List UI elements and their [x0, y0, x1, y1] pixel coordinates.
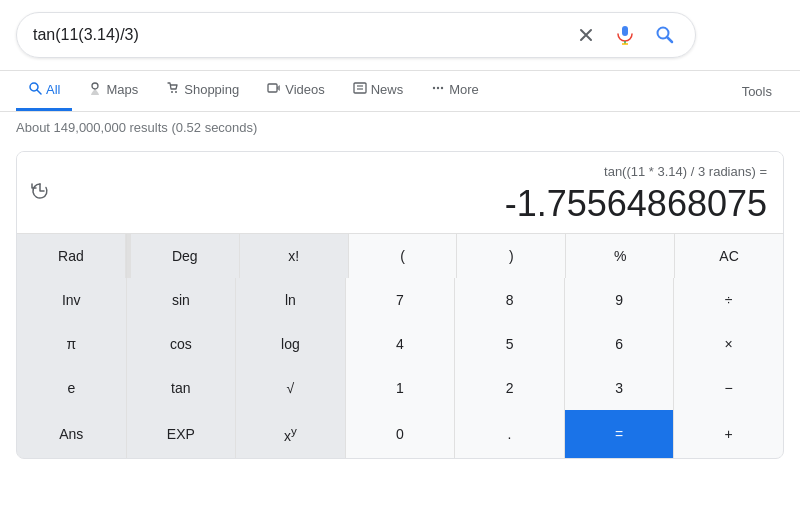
calc-btn-subtract[interactable]: −: [674, 366, 783, 410]
calc-btn-pi[interactable]: π: [17, 322, 126, 366]
calculator: tan((11 * 3.14) / 3 radians) = -1.755648…: [16, 151, 784, 459]
tab-maps[interactable]: Maps: [76, 71, 150, 111]
calc-expression: tan((11 * 3.14) / 3 radians) =: [33, 164, 767, 179]
search-bar-container: [0, 0, 800, 71]
voice-search-button[interactable]: [611, 21, 639, 49]
calc-row-3: e tan √ 1 2 3 −: [17, 366, 783, 410]
calc-row-2: π cos log 4 5 6 ×: [17, 322, 783, 366]
svg-point-8: [171, 91, 173, 93]
svg-line-6: [37, 90, 41, 94]
tab-all[interactable]: All: [16, 71, 72, 111]
calc-btn-7[interactable]: 7: [346, 278, 455, 322]
tab-news-label: News: [371, 82, 404, 97]
tab-more-label: More: [449, 82, 479, 97]
more-tab-icon: [431, 81, 445, 98]
svg-point-7: [92, 83, 98, 89]
tab-more[interactable]: More: [419, 71, 491, 111]
results-info: About 149,000,000 results (0.52 seconds): [0, 112, 800, 143]
close-icon: [577, 26, 595, 44]
videos-tab-icon: [267, 81, 281, 98]
shopping-tab-icon: [166, 81, 180, 98]
calc-row-1: Inv sin ln 7 8 9 ÷: [17, 278, 783, 322]
calc-row-0: Rad Deg x! ( ) % AC: [17, 234, 783, 278]
calc-btn-5[interactable]: 5: [455, 322, 564, 366]
calc-result: -1.75564868075: [33, 183, 767, 225]
calc-btn-deg[interactable]: Deg: [131, 234, 239, 278]
svg-point-14: [433, 87, 435, 89]
calc-btn-ac[interactable]: AC: [675, 234, 783, 278]
calc-btn-8[interactable]: 8: [455, 278, 564, 322]
calc-btn-cos[interactable]: cos: [127, 322, 236, 366]
search-bar: [16, 12, 696, 58]
calc-btn-factorial[interactable]: x!: [240, 234, 348, 278]
rad-deg-divider: [126, 234, 127, 278]
search-button[interactable]: [651, 21, 679, 49]
history-button[interactable]: [29, 180, 51, 206]
calc-btn-sqrt[interactable]: √: [236, 366, 345, 410]
calc-btn-tan[interactable]: tan: [127, 366, 236, 410]
tab-shopping[interactable]: Shopping: [154, 71, 251, 111]
tools-label: Tools: [742, 84, 772, 99]
tab-all-label: All: [46, 82, 60, 97]
calc-btn-log[interactable]: log: [236, 322, 345, 366]
svg-rect-0: [622, 26, 628, 36]
tools-button[interactable]: Tools: [730, 74, 784, 109]
svg-rect-10: [268, 84, 277, 92]
calc-btn-percent[interactable]: %: [566, 234, 674, 278]
calc-btn-9[interactable]: 9: [565, 278, 674, 322]
calc-btn-2[interactable]: 2: [455, 366, 564, 410]
calc-btn-sin[interactable]: sin: [127, 278, 236, 322]
calc-btn-decimal[interactable]: .: [455, 410, 564, 458]
svg-line-4: [667, 37, 672, 42]
calc-display: tan((11 * 3.14) / 3 radians) = -1.755648…: [17, 152, 783, 234]
calc-btn-0[interactable]: 0: [346, 410, 455, 458]
calc-btn-exp[interactable]: EXP: [127, 410, 236, 458]
history-icon: [29, 180, 51, 202]
tab-maps-label: Maps: [106, 82, 138, 97]
nav-tabs: All Maps Shopping Videos News More Tools: [0, 71, 800, 112]
news-tab-icon: [353, 81, 367, 98]
calc-btn-1[interactable]: 1: [346, 366, 455, 410]
calc-btn-3[interactable]: 3: [565, 366, 674, 410]
search-tab-icon: [28, 81, 42, 98]
maps-tab-icon: [88, 81, 102, 98]
calc-btn-equals[interactable]: =: [565, 410, 674, 458]
calc-btn-ans[interactable]: Ans: [17, 410, 126, 458]
results-count: About 149,000,000 results (0.52 seconds): [16, 120, 257, 135]
calc-btn-open-paren[interactable]: (: [349, 234, 457, 278]
search-input[interactable]: [33, 26, 565, 44]
calc-btn-ln[interactable]: ln: [236, 278, 345, 322]
svg-point-16: [441, 87, 443, 89]
calc-row-4: Ans EXP xy 0 . = +: [17, 410, 783, 458]
clear-button[interactable]: [573, 22, 599, 48]
calc-btn-inv[interactable]: Inv: [17, 278, 126, 322]
calc-btn-6[interactable]: 6: [565, 322, 674, 366]
tab-shopping-label: Shopping: [184, 82, 239, 97]
tab-news[interactable]: News: [341, 71, 416, 111]
tab-videos[interactable]: Videos: [255, 71, 337, 111]
calc-btn-e[interactable]: e: [17, 366, 126, 410]
calc-btn-close-paren[interactable]: ): [457, 234, 565, 278]
svg-point-15: [437, 87, 439, 89]
search-icons: [573, 21, 679, 49]
calc-btn-divide[interactable]: ÷: [674, 278, 783, 322]
microphone-icon: [615, 25, 635, 45]
tab-videos-label: Videos: [285, 82, 325, 97]
svg-rect-11: [354, 83, 366, 93]
calc-btn-4[interactable]: 4: [346, 322, 455, 366]
search-icon: [655, 25, 675, 45]
calc-btn-multiply[interactable]: ×: [674, 322, 783, 366]
calc-btn-rad[interactable]: Rad: [17, 234, 125, 278]
svg-point-9: [175, 91, 177, 93]
calc-btn-power[interactable]: xy: [236, 410, 345, 458]
calc-btn-add[interactable]: +: [674, 410, 783, 458]
